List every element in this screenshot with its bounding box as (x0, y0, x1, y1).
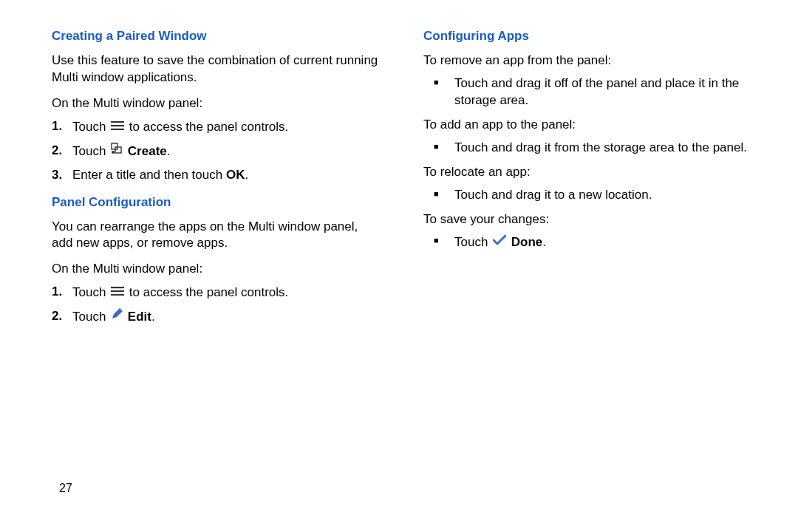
lead-line: On the Multi window panel: (52, 261, 382, 278)
step-marker: 2. (52, 143, 62, 160)
step-text: Touch to access the panel controls. (72, 120, 288, 134)
step-prefix: Enter a title and then touch (72, 168, 226, 182)
svg-point-5 (112, 151, 115, 154)
svg-rect-4 (115, 147, 121, 153)
bullet-text: Touch and drag it to a new location. (454, 188, 652, 202)
bullet-list: Touch and drag it off of the panel and p… (454, 75, 754, 109)
step-suffix: to access the panel controls. (126, 285, 288, 299)
steps-list: 1. Touch to access the panel controls. 2… (72, 284, 382, 327)
step-text: Touch Edit. (72, 310, 155, 324)
heading-creating-paired-window: Creating a Paired Window (52, 28, 382, 45)
heading-panel-configuration: Panel Configuration (52, 194, 382, 211)
step-after: . (167, 144, 171, 158)
bullet-item: Touch and drag it to a new location. (454, 187, 754, 204)
svg-rect-3 (112, 143, 117, 149)
bullet-list: Touch and drag it to a new location. (454, 187, 754, 204)
bullet-text: Touch and drag it from the storage area … (454, 140, 747, 154)
step-bold: Edit (128, 310, 151, 324)
svg-rect-8 (111, 294, 124, 296)
section-creating-paired-window: Creating a Paired Window Use this featur… (52, 28, 382, 184)
left-column: Creating a Paired Window Use this featur… (52, 28, 382, 337)
svg-rect-6 (111, 287, 124, 288)
step-marker: 2. (52, 308, 62, 325)
step-prefix: Touch (72, 310, 109, 324)
step-marker: 1. (52, 118, 62, 135)
step-text: Touch to access the panel controls. (72, 285, 288, 299)
section-panel-configuration: Panel Configuration You can rearrange th… (52, 194, 382, 327)
block-remove: To remove an app from the panel: Touch a… (423, 52, 754, 109)
bullet-item: Touch and drag it off of the panel and p… (454, 75, 754, 109)
block-save: To save your changes: Touch Done. (423, 211, 754, 253)
step-suffix: to access the panel controls. (126, 120, 288, 134)
section-configuring-apps: Configuring Apps To remove an app from t… (423, 28, 754, 252)
svg-rect-7 (111, 290, 124, 292)
steps-list: 1. Touch to access the panel controls. 2… (72, 118, 382, 184)
lead-line: On the Multi window panel: (52, 95, 382, 112)
bullet-after: . (542, 235, 546, 249)
heading-configuring-apps: Configuring Apps (423, 28, 754, 45)
lead-line: To add an app to the panel: (423, 117, 754, 134)
step-prefix: Touch (72, 120, 109, 134)
step-marker: 3. (52, 167, 62, 184)
step-after: . (151, 310, 155, 324)
lead-line: To save your changes: (423, 211, 754, 228)
step-2: 2. Touch Edit. (72, 308, 382, 327)
block-add: To add an app to the panel: Touch and dr… (423, 117, 754, 157)
done-icon (493, 233, 506, 250)
step-1: 1. Touch to access the panel controls. (72, 284, 382, 302)
edit-icon (111, 308, 123, 325)
step-bold: Create (128, 144, 167, 158)
page-number: 27 (59, 480, 72, 497)
bullet-item: Touch Done. (454, 233, 754, 252)
step-1: 1. Touch to access the panel controls. (72, 118, 382, 137)
step-text: Enter a title and then touch OK. (72, 168, 248, 182)
bullet-list: Touch Done. (454, 233, 754, 252)
bullet-item: Touch and drag it from the storage area … (454, 140, 754, 157)
lead-line: To remove an app from the panel: (423, 52, 754, 69)
bullet-bold: Done (511, 235, 543, 249)
bullet-text: Touch and drag it off of the panel and p… (454, 76, 739, 107)
menu-icon (111, 284, 124, 301)
menu-icon (111, 118, 124, 135)
bullet-list: Touch and drag it from the storage area … (454, 140, 754, 157)
block-relocate: To relocate an app: Touch and drag it to… (423, 164, 754, 204)
right-column: Configuring Apps To remove an app from t… (423, 28, 754, 337)
svg-rect-1 (111, 125, 124, 126)
step-prefix: Touch (72, 285, 109, 299)
step-2: 2. Touch Create. (72, 143, 382, 161)
step-prefix: Touch (72, 144, 109, 158)
intro-para: Use this feature to save the combination… (52, 52, 382, 86)
step-3: 3. Enter a title and then touch OK. (72, 167, 382, 184)
create-icon (111, 143, 123, 160)
step-bold: OK (226, 168, 245, 182)
step-text: Touch Create. (72, 144, 170, 158)
svg-rect-2 (111, 129, 124, 130)
lead-line: To relocate an app: (423, 164, 754, 181)
bullet-prefix: Touch (454, 235, 491, 249)
step-marker: 1. (52, 284, 62, 301)
intro-para: You can rearrange the apps on the Multi … (52, 219, 382, 253)
svg-rect-0 (111, 121, 124, 123)
step-after: . (245, 168, 248, 182)
page-columns: Creating a Paired Window Use this featur… (52, 28, 754, 337)
